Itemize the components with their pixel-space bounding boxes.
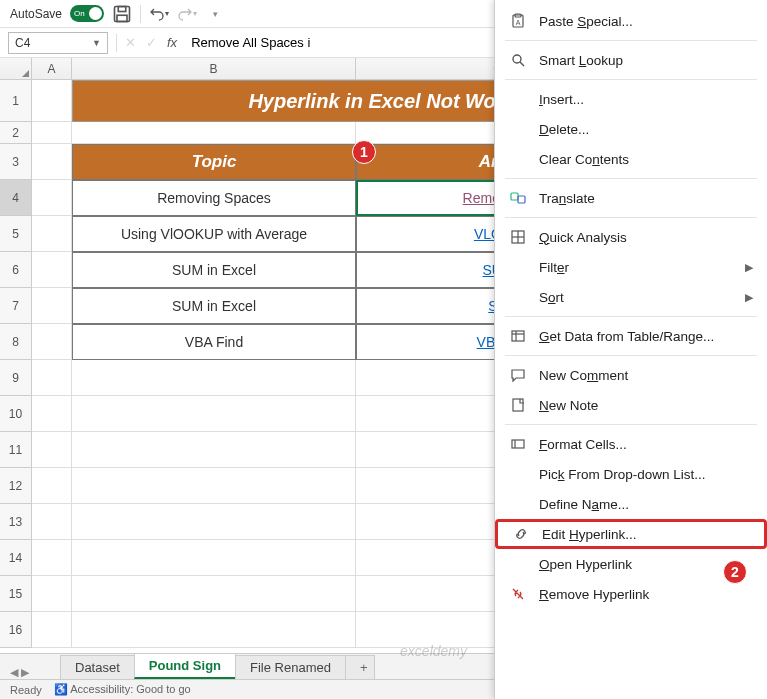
menu-label: Format Cells... xyxy=(539,437,627,452)
sheet-tab-file-renamed[interactable]: File Renamed xyxy=(235,655,346,679)
menu-clear-contents[interactable]: Clear Contents xyxy=(495,144,767,174)
enter-icon[interactable]: ✓ xyxy=(146,35,157,50)
row-header[interactable]: 7 xyxy=(0,288,32,324)
undo-icon[interactable]: ▾ xyxy=(149,4,169,24)
menu-label: Remove Hyperlink xyxy=(539,587,649,602)
cell-reference: C4 xyxy=(15,36,30,50)
add-sheet-button[interactable]: + xyxy=(345,655,375,679)
cell[interactable] xyxy=(32,324,72,360)
table-cell[interactable]: VBA Find xyxy=(72,324,356,360)
row-header[interactable]: 2 xyxy=(0,122,32,144)
cell[interactable] xyxy=(32,612,72,648)
col-header-b[interactable]: B xyxy=(72,58,356,79)
col-header-a[interactable]: A xyxy=(32,58,72,79)
cancel-icon[interactable]: ✕ xyxy=(125,35,136,50)
row-header[interactable]: 10 xyxy=(0,396,32,432)
row-header[interactable]: 14 xyxy=(0,540,32,576)
menu-label: Filter xyxy=(539,260,569,275)
menu-label: Sort xyxy=(539,290,564,305)
sheet-tab-dataset[interactable]: Dataset xyxy=(60,655,135,679)
menu-translate[interactable]: Translate xyxy=(495,183,767,213)
menu-quick-analysis[interactable]: Quick Analysis xyxy=(495,222,767,252)
menu-separator xyxy=(505,355,757,356)
menu-separator xyxy=(505,79,757,80)
row-header[interactable]: 1 xyxy=(0,80,32,122)
sheet-tab-pound-sign[interactable]: Pound Sign xyxy=(134,653,236,679)
table-header-topic[interactable]: Topic xyxy=(72,144,356,180)
row-header[interactable]: 4 xyxy=(0,180,32,216)
cell[interactable] xyxy=(72,576,356,612)
row-header[interactable]: 8 xyxy=(0,324,32,360)
menu-get-data[interactable]: Get Data from Table/Range... xyxy=(495,321,767,351)
menu-paste-special[interactable]: A Paste Special... xyxy=(495,6,767,36)
save-icon[interactable] xyxy=(112,4,132,24)
fx-icon[interactable]: fx xyxy=(167,35,177,50)
select-all-corner[interactable] xyxy=(0,58,32,79)
menu-define-name[interactable]: Define Name... xyxy=(495,489,767,519)
menu-sort[interactable]: Sort ▶ xyxy=(495,282,767,312)
menu-separator xyxy=(505,178,757,179)
cell[interactable] xyxy=(32,504,72,540)
table-cell[interactable]: Removing Spaces xyxy=(72,180,356,216)
svg-rect-2 xyxy=(117,15,127,21)
cell[interactable] xyxy=(32,576,72,612)
row-header[interactable]: 13 xyxy=(0,504,32,540)
menu-format-cells[interactable]: Format Cells... xyxy=(495,429,767,459)
cell[interactable] xyxy=(72,122,356,144)
menu-pick-list[interactable]: Pick From Drop-down List... xyxy=(495,459,767,489)
menu-filter[interactable]: Filter ▶ xyxy=(495,252,767,282)
row-header[interactable]: 5 xyxy=(0,216,32,252)
cell[interactable] xyxy=(72,504,356,540)
menu-new-comment[interactable]: New Comment xyxy=(495,360,767,390)
table-cell[interactable]: SUM in Excel xyxy=(72,288,356,324)
redo-icon[interactable]: ▾ xyxy=(177,4,197,24)
chevron-down-icon[interactable]: ▼ xyxy=(92,38,101,48)
row-header[interactable]: 6 xyxy=(0,252,32,288)
cell[interactable] xyxy=(72,468,356,504)
menu-separator xyxy=(505,40,757,41)
cell[interactable] xyxy=(32,468,72,504)
cell[interactable] xyxy=(32,432,72,468)
cell[interactable] xyxy=(32,144,72,180)
row-header[interactable]: 15 xyxy=(0,576,32,612)
cell[interactable] xyxy=(32,216,72,252)
menu-smart-lookup[interactable]: Smart Lookup xyxy=(495,45,767,75)
name-box[interactable]: C4 ▼ xyxy=(8,32,108,54)
autosave-toggle[interactable]: On xyxy=(70,5,104,22)
menu-new-note[interactable]: New Note xyxy=(495,390,767,420)
svg-point-6 xyxy=(513,55,521,63)
cell[interactable] xyxy=(32,180,72,216)
cell[interactable] xyxy=(72,396,356,432)
cell[interactable] xyxy=(32,122,72,144)
row-header[interactable]: 3 xyxy=(0,144,32,180)
menu-remove-hyperlink[interactable]: Remove Hyperlink xyxy=(495,579,767,609)
sheet-nav[interactable]: ◀ ▶ xyxy=(10,666,29,679)
cell[interactable] xyxy=(32,360,72,396)
cell[interactable] xyxy=(32,80,72,122)
menu-label: Clear Contents xyxy=(539,152,629,167)
cell[interactable] xyxy=(72,612,356,648)
cell[interactable] xyxy=(32,540,72,576)
menu-label: New Comment xyxy=(539,368,628,383)
row-header[interactable]: 11 xyxy=(0,432,32,468)
cell[interactable] xyxy=(72,432,356,468)
table-cell[interactable]: Using VlOOKUP with Average xyxy=(72,216,356,252)
menu-delete[interactable]: Delete... xyxy=(495,114,767,144)
cell[interactable] xyxy=(72,360,356,396)
menu-label: Get Data from Table/Range... xyxy=(539,329,714,344)
menu-edit-hyperlink[interactable]: Edit Hyperlink... xyxy=(495,519,767,549)
menu-separator xyxy=(505,217,757,218)
row-header[interactable]: 9 xyxy=(0,360,32,396)
table-cell[interactable]: SUM in Excel xyxy=(72,252,356,288)
cell[interactable] xyxy=(32,288,72,324)
menu-insert[interactable]: Insert... xyxy=(495,84,767,114)
cell[interactable] xyxy=(72,540,356,576)
menu-label: Delete... xyxy=(539,122,589,137)
cell[interactable] xyxy=(32,396,72,432)
qat-dropdown-icon[interactable]: ▾ xyxy=(205,4,225,24)
row-header[interactable]: 12 xyxy=(0,468,32,504)
cell[interactable] xyxy=(32,252,72,288)
row-header[interactable]: 16 xyxy=(0,612,32,648)
chevron-right-icon: ▶ xyxy=(745,261,753,274)
analysis-icon xyxy=(509,228,527,246)
